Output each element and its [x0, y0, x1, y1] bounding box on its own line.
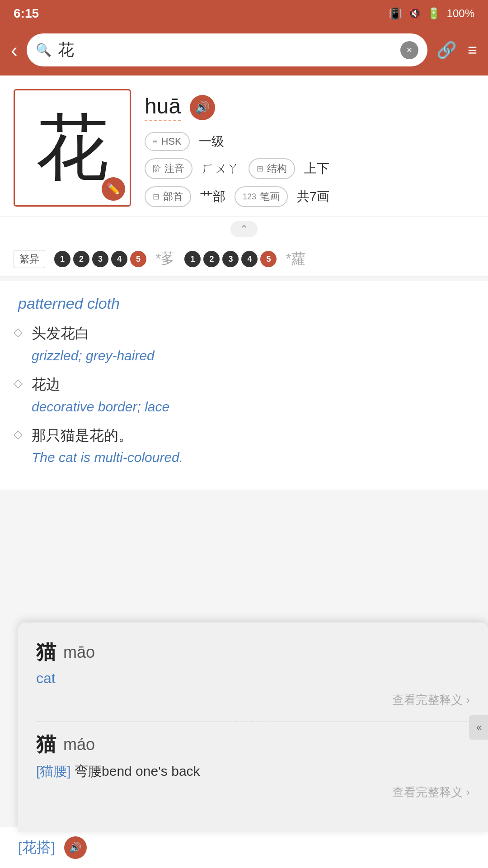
variant-char-luo: *蘿 — [286, 249, 305, 269]
example-english-3: The cat is multi-coloured. — [14, 450, 474, 465]
pronunciation-value: ㄏㄨㄚ — [202, 160, 239, 177]
popup-bracket-2: [猫腰] — [36, 764, 71, 778]
popup-char-1: 猫 — [36, 639, 56, 665]
tone-b-2[interactable]: 2 — [203, 251, 220, 267]
back-button[interactable]: ‹ — [11, 40, 18, 60]
search-clear-button[interactable]: × — [400, 41, 418, 59]
tone-b-3[interactable]: 3 — [222, 251, 239, 267]
tone-circles-2: 1 2 3 4 5 — [184, 251, 277, 267]
radical-tag: ⊟ 部首 — [145, 186, 191, 207]
search-input[interactable]: 花 — [58, 39, 394, 61]
collapse-button[interactable]: ⌃ — [230, 221, 258, 237]
popup-example-2: [猫腰] 弯腰bend one's back — [36, 762, 470, 781]
bottom-float-text: [花搭] — [18, 838, 55, 858]
status-bar: 6:15 📳 🔇 🔋 100% — [0, 0, 488, 27]
status-icons: 📳 🔇 🔋 100% — [389, 7, 474, 20]
link-button[interactable]: 🔗 — [436, 41, 457, 60]
variant-char-cang: *茤 — [155, 249, 175, 269]
popup-heading-1: 猫 māo — [36, 639, 470, 665]
diamond-icon-3: ◇ — [14, 427, 23, 441]
tone-1[interactable]: 1 — [54, 251, 70, 267]
popup-heading-2: 猫 máo — [36, 731, 470, 758]
pronunciation-icon: 阶 — [153, 163, 161, 174]
structure-icon: ⊞ — [257, 164, 263, 174]
example-english-2: decorative border; lace — [14, 399, 474, 415]
popup-divider — [36, 722, 470, 722]
radical-row: ⊟ 部首 艹部 123 笔画 共7画 — [145, 186, 474, 207]
definition-item-4: ◇ 那只猫是花的。 The cat is multi-coloured. — [14, 425, 474, 466]
structure-value: 上下 — [304, 160, 329, 177]
menu-button[interactable]: ≡ — [468, 41, 477, 60]
popup-link-2[interactable]: 查看完整释义 › — [36, 784, 470, 800]
tone-5[interactable]: 5 — [130, 251, 146, 267]
strokes-tag: 123 笔画 — [235, 186, 288, 207]
definition-item-2: ◇ 头发花白 grizzled; grey-haired — [14, 323, 474, 363]
character-card: 花 ✏️ — [14, 89, 131, 207]
example-chinese-3: 那只猫是花的。 — [32, 425, 133, 446]
tone-2[interactable]: 2 — [73, 251, 89, 267]
pronunciation-tag: 阶 注音 — [145, 158, 192, 179]
popup-char-2: 猫 — [36, 731, 56, 758]
edit-button[interactable]: ✏️ — [102, 177, 125, 201]
popup-close-button[interactable]: « — [469, 715, 488, 740]
popup-def-1: cat — [36, 670, 470, 687]
pinyin-row: huā 🔊 — [145, 94, 474, 121]
character-display: 花 — [36, 112, 108, 184]
character-section: 花 ✏️ huā 🔊 ≡ HSK 一级 阶 注音 — [0, 75, 488, 216]
bottom-audio-button[interactable]: 🔊 — [64, 836, 87, 859]
battery-icon: 🔋 — [427, 7, 441, 20]
diamond-icon-2: ◇ — [14, 376, 23, 390]
pinyin-text: huā — [145, 94, 181, 121]
diamond-icon-1: ◇ — [14, 325, 23, 339]
hsk-icon: ≡ — [153, 137, 158, 146]
popup-card: « 猫 māo cat 查看完整释义 › 猫 máo [猫腰] 弯腰bend o… — [18, 623, 488, 832]
vibrate-icon: 📳 — [389, 7, 402, 20]
tone-4[interactable]: 4 — [111, 251, 127, 267]
info-tags: ≡ HSK 一级 阶 注音 ㄏㄨㄚ ⊞ 结构 上下 — [145, 132, 474, 207]
popup-entry-2: 猫 máo [猫腰] 弯腰bend one's back 查看完整释义 › — [36, 731, 470, 800]
popup-pinyin-1: māo — [63, 643, 95, 662]
strokes-value: 共7画 — [297, 188, 329, 205]
popup-rest-2: 弯腰bend one's back — [75, 764, 200, 778]
example-english-1: grizzled; grey-haired — [14, 348, 474, 363]
definition-item-3: ◇ 花边 decorative border; lace — [14, 374, 474, 415]
example-chinese-1: 头发花白 — [32, 323, 89, 344]
top-bar: ‹ 🔍 花 × 🔗 ≡ — [0, 27, 488, 75]
example-row-3: ◇ 那只猫是花的。 — [14, 425, 474, 446]
battery-percent: 100% — [447, 7, 474, 20]
search-icon: 🔍 — [36, 42, 52, 57]
tone-b-4[interactable]: 4 — [241, 251, 258, 267]
strokes-icon: 123 — [243, 192, 256, 202]
tone-circles-1: 1 2 3 4 5 — [54, 251, 146, 267]
bottom-float: [花搭] 🔊 — [0, 827, 488, 868]
search-box: 🔍 花 × — [27, 33, 427, 66]
example-row-2: ◇ 花边 — [14, 374, 474, 395]
example-chinese-2: 花边 — [32, 374, 61, 395]
radical-value: 艹部 — [200, 188, 225, 205]
popup-link-1[interactable]: 查看完整释义 › — [36, 692, 470, 708]
character-info: huā 🔊 ≡ HSK 一级 阶 注音 ㄏㄨㄚ — [145, 89, 474, 207]
hsk-level: 一级 — [199, 133, 224, 150]
pronunciation-row: 阶 注音 ㄏㄨㄚ ⊞ 结构 上下 — [145, 158, 474, 179]
example-row-1: ◇ 头发花白 — [14, 323, 474, 344]
variant-label: 繁异 — [14, 250, 45, 268]
popup-entry-1: 猫 māo cat 查看完整释义 › — [36, 639, 470, 708]
audio-button[interactable]: 🔊 — [190, 95, 215, 120]
definitions-section: patterned cloth ◇ 头发花白 grizzled; grey-ha… — [0, 281, 488, 490]
wifi-icon: 🔇 — [408, 8, 421, 19]
popup-pinyin-2: máo — [63, 735, 95, 754]
top-bar-actions: 🔗 ≡ — [436, 41, 477, 60]
hsk-row: ≡ HSK 一级 — [145, 132, 474, 151]
status-time: 6:15 — [14, 6, 39, 21]
tone-3[interactable]: 3 — [92, 251, 108, 267]
collapse-bar: ⌃ — [0, 216, 488, 242]
tone-b-5[interactable]: 5 — [260, 251, 277, 267]
def-english-1: patterned cloth — [14, 295, 474, 312]
radical-icon: ⊟ — [153, 192, 160, 202]
tone-b-1[interactable]: 1 — [184, 251, 201, 267]
hsk-tag: ≡ HSK — [145, 132, 190, 151]
structure-tag: ⊞ 结构 — [249, 158, 295, 179]
definition-item-1: patterned cloth — [14, 295, 474, 312]
variant-row: 繁异 1 2 3 4 5 *茤 1 2 3 4 5 *蘿 — [0, 242, 488, 277]
